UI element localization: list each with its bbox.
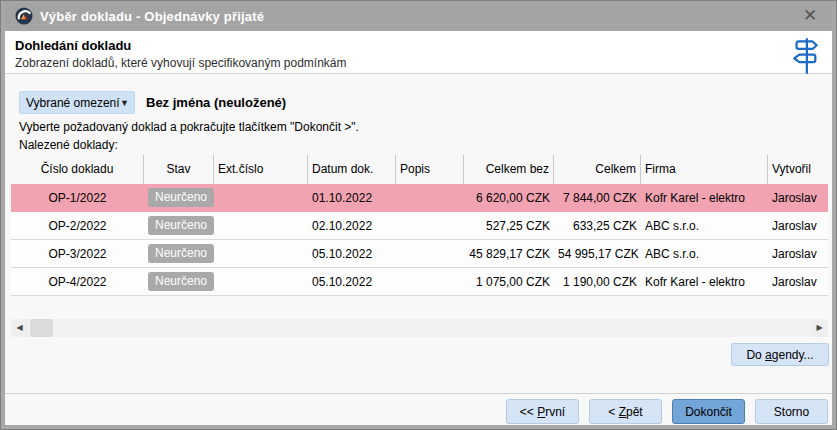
column-header[interactable]: Stav xyxy=(144,155,214,184)
documents-table: Číslo dokladuStavExt.čísloDatum dok.Popi… xyxy=(11,155,828,296)
document-selection-dialog: Výběr dokladu - Objednávky přijaté ✕ Doh… xyxy=(0,0,837,430)
cell-company: ABC s.r.o. xyxy=(641,247,768,261)
chevron-down-icon: ▼ xyxy=(120,98,129,108)
cell-date: 05.10.2022 xyxy=(308,247,396,261)
status-badge: Neurčeno xyxy=(148,244,214,263)
cell-total: 1 190,00 CZK xyxy=(554,275,641,289)
wizard-header: Dohledání dokladu Zobrazení dokladů, kte… xyxy=(5,31,832,74)
finish-button[interactable]: Dokončit xyxy=(672,399,745,424)
cell-total_without: 1 075,00 CZK xyxy=(464,275,554,289)
close-icon[interactable]: ✕ xyxy=(798,5,822,27)
cell-company: Kofr Karel - elektro xyxy=(641,275,768,289)
cell-created_by: Jaroslav xyxy=(768,191,828,205)
cell-number: OP-2/2022 xyxy=(11,219,144,233)
table-row[interactable]: OP-4/2022Neurčeno05.10.20221 075,00 CZK1… xyxy=(11,268,828,296)
column-header[interactable]: Ext.číslo xyxy=(214,155,308,184)
back-button[interactable]: < Zpět xyxy=(589,399,662,424)
to-agenda-button[interactable]: Do agendy... xyxy=(731,343,829,366)
results-label: Nalezené doklady: xyxy=(19,138,118,152)
window-title: Výběr dokladu - Objednávky přijaté xyxy=(40,9,264,24)
table-row[interactable]: OP-1/2022Neurčeno01.10.20226 620,00 CZK7… xyxy=(11,184,828,212)
column-header[interactable]: Číslo dokladu xyxy=(11,155,144,184)
column-header[interactable]: Datum dok. xyxy=(308,155,396,184)
titlebar[interactable]: Výběr dokladu - Objednávky přijaté xyxy=(5,1,832,31)
table-row[interactable]: OP-2/2022Neurčeno02.10.2022527,25 CZK633… xyxy=(11,212,828,240)
cell-number: OP-4/2022 xyxy=(11,275,144,289)
dialog-body: Výběr dokladu - Objednávky přijaté ✕ Doh… xyxy=(5,1,832,425)
first-button[interactable]: << První xyxy=(506,399,579,424)
footer-divider xyxy=(5,393,832,394)
cancel-button[interactable]: Storno xyxy=(755,399,828,424)
cell-date: 02.10.2022 xyxy=(308,219,396,233)
page-title: Dohledání dokladu xyxy=(15,38,822,53)
scroll-left-icon[interactable]: ◀ xyxy=(11,319,28,337)
scrollbar-track[interactable] xyxy=(28,319,811,337)
wizard-button-row: << První < Zpět Dokončit Storno xyxy=(506,399,828,424)
cell-total: 633,25 CZK xyxy=(554,219,641,233)
cell-created_by: Jaroslav xyxy=(768,219,828,233)
selection-name-label: Bez jména (neuložené) xyxy=(146,95,286,110)
cell-total_without: 6 620,00 CZK xyxy=(464,191,554,205)
cell-date: 01.10.2022 xyxy=(308,191,396,205)
cell-total: 54 995,17 CZK xyxy=(554,247,641,261)
table-body: OP-1/2022Neurčeno01.10.20226 620,00 CZK7… xyxy=(11,184,828,296)
cell-status: Neurčeno xyxy=(144,244,214,263)
cell-date: 05.10.2022 xyxy=(308,275,396,289)
signpost-icon xyxy=(790,37,820,75)
table-header-row: Číslo dokladuStavExt.čísloDatum dok.Popi… xyxy=(11,155,828,184)
cell-status: Neurčeno xyxy=(144,188,214,207)
cell-company: ABC s.r.o. xyxy=(641,219,768,233)
column-header[interactable]: Firma xyxy=(641,155,768,184)
table-row[interactable]: OP-3/2022Neurčeno05.10.202245 829,17 CZK… xyxy=(11,240,828,268)
column-header[interactable]: Celkem xyxy=(554,155,641,184)
cell-total_without: 527,25 CZK xyxy=(464,219,554,233)
restriction-dropdown-value: Vybrané omezení xyxy=(26,96,120,110)
cell-number: OP-3/2022 xyxy=(11,247,144,261)
scroll-right-icon[interactable]: ▶ xyxy=(811,319,828,337)
cell-status: Neurčeno xyxy=(144,272,214,291)
column-header[interactable]: Celkem bez xyxy=(464,155,554,184)
cell-total: 7 844,00 CZK xyxy=(554,191,641,205)
status-badge: Neurčeno xyxy=(148,188,214,207)
horizontal-scrollbar[interactable]: ◀ ▶ xyxy=(11,319,828,337)
cell-total_without: 45 829,17 CZK xyxy=(464,247,554,261)
cell-company: Kofr Karel - elektro xyxy=(641,191,768,205)
cell-created_by: Jaroslav xyxy=(768,275,828,289)
page-subtitle: Zobrazení dokladů, které vyhovují specif… xyxy=(15,56,822,70)
column-header[interactable]: Popis xyxy=(396,155,464,184)
status-badge: Neurčeno xyxy=(148,272,214,291)
cell-number: OP-1/2022 xyxy=(11,191,144,205)
restriction-dropdown[interactable]: Vybrané omezení ▼ xyxy=(19,91,135,114)
filter-row: Vybrané omezení ▼ Bez jména (neuložené) xyxy=(19,91,286,114)
cell-status: Neurčeno xyxy=(144,216,214,235)
instruction-text: Vyberte požadovaný doklad a pokračujte t… xyxy=(19,120,359,134)
scrollbar-thumb[interactable] xyxy=(30,319,53,337)
app-logo-icon xyxy=(15,7,33,25)
column-header[interactable]: Vytvořil xyxy=(768,155,828,184)
status-badge: Neurčeno xyxy=(148,216,214,235)
cell-created_by: Jaroslav xyxy=(768,247,828,261)
